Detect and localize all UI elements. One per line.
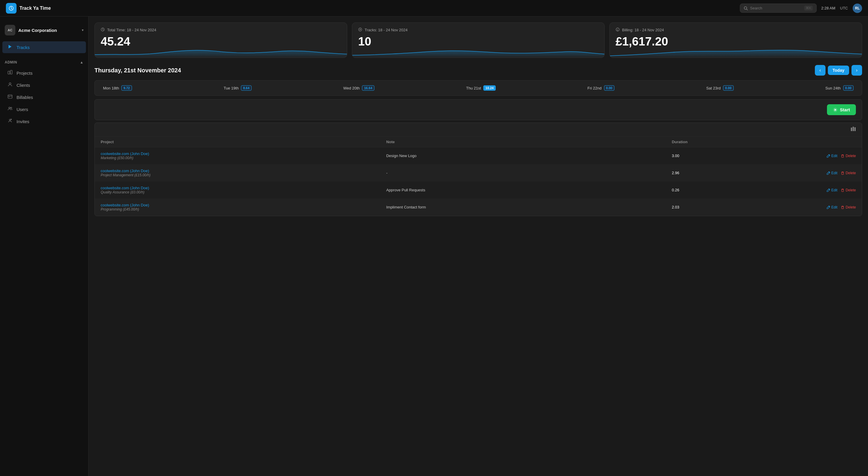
- app-title: Track Ya Time: [20, 6, 51, 11]
- org-selector[interactable]: AC Acme Corporation ▾: [0, 21, 88, 39]
- search-bar[interactable]: ⌘K: [740, 4, 817, 13]
- sidebar-item-users[interactable]: Users: [2, 103, 86, 115]
- tracks-table-header: Project Note Duration: [95, 137, 862, 147]
- track-actions-2: Edit Delete: [814, 188, 856, 192]
- total-time-chart: [95, 43, 347, 58]
- chevron-down-icon: ▾: [82, 28, 84, 32]
- edit-button-1[interactable]: Edit: [827, 171, 838, 175]
- delete-button-0[interactable]: Delete: [841, 154, 856, 158]
- stat-card-billing-header: $ Billing: 18 - 24 Nov 2024: [616, 27, 856, 32]
- table-row: coolwebsite.com (John Doe) Quality Assur…: [95, 182, 862, 199]
- play-circle-icon: [358, 27, 362, 32]
- day-tab-sun[interactable]: Sun 24th 0.00: [823, 84, 856, 92]
- track-project-sub-0: Marketing (£50.00/h): [101, 156, 386, 160]
- time-display: 2:28 AM: [822, 6, 836, 10]
- edit-button-3[interactable]: Edit: [827, 205, 838, 209]
- next-date-button[interactable]: ›: [851, 65, 862, 76]
- table-row: coolwebsite.com (John Doe) Project Manag…: [95, 165, 862, 182]
- date-nav-controls: ‹ Today ›: [815, 65, 862, 76]
- date-nav: Thursday, 21st November 2024 ‹ Today ›: [94, 65, 862, 76]
- col-header-note: Note: [386, 140, 672, 144]
- edit-icon: [827, 206, 830, 209]
- stats-cards: Total Time: 18 - 24 Nov 2024 45.24: [94, 23, 862, 58]
- sidebar-item-label-clients: Clients: [17, 83, 30, 88]
- day-tab-label-wed: Wed 20th: [343, 86, 360, 90]
- day-tab-fri[interactable]: Fri 22nd 0.00: [585, 84, 617, 92]
- timezone-badge: UTC: [840, 6, 848, 10]
- admin-section-header[interactable]: Admin ▲: [0, 58, 88, 67]
- day-tab-label-sat: Sat 23rd: [706, 86, 721, 90]
- day-tab-label-thu: Thu 21st: [466, 86, 481, 90]
- day-tab-badge-tue: 8.64: [241, 85, 251, 91]
- svg-text:$: $: [617, 29, 618, 31]
- edit-button-2[interactable]: Edit: [827, 188, 838, 192]
- day-tab-badge-sun: 0.00: [843, 85, 854, 91]
- main-content: Total Time: 18 - 24 Nov 2024 45.24: [89, 17, 868, 476]
- today-button[interactable]: Today: [828, 65, 849, 75]
- table-row: coolwebsite.com (John Doe) Marketing (£5…: [95, 147, 862, 165]
- delete-button-3[interactable]: Delete: [841, 205, 856, 209]
- track-actions-3: Edit Delete: [814, 205, 856, 209]
- stat-label-total-time: Total Time: 18 - 24 Nov 2024: [107, 28, 156, 32]
- search-input[interactable]: [750, 6, 802, 10]
- tracks-table: Project Note Duration coolwebsite.com (J…: [94, 123, 862, 216]
- stat-label-tracks: Tracks: 18 - 24 Nov 2024: [365, 28, 407, 32]
- svg-rect-7: [8, 71, 10, 74]
- svg-rect-33: [842, 172, 843, 175]
- delete-button-2[interactable]: Delete: [841, 188, 856, 192]
- day-tab-wed[interactable]: Wed 20th 16.64: [341, 84, 377, 92]
- users-icon: [7, 106, 13, 112]
- track-duration-1: 2.96: [672, 171, 814, 175]
- day-tab-mon[interactable]: Mon 18th 9.72: [101, 84, 134, 92]
- sidebar-item-tracks[interactable]: Tracks: [2, 41, 86, 53]
- svg-rect-37: [842, 206, 843, 209]
- sidebar-item-billables[interactable]: Billables: [2, 91, 86, 103]
- tracks-icon: [7, 44, 13, 50]
- track-note-1: -: [386, 171, 672, 175]
- track-project-sub-1: Project Management (£15.00/h): [101, 173, 386, 177]
- app-icon: [6, 3, 17, 13]
- day-tab-badge-mon: 9.72: [121, 85, 132, 91]
- col-header-duration: Duration: [672, 140, 814, 144]
- svg-line-20: [103, 30, 104, 30]
- day-tab-tue[interactable]: Tue 19th 8.64: [221, 84, 254, 92]
- search-shortcut: ⌘K: [804, 6, 812, 11]
- day-tabs: Mon 18th 9.72 Tue 19th 8.64 Wed 20th 16.…: [94, 80, 862, 96]
- tracks-chart: [352, 43, 604, 58]
- track-project-1: coolwebsite.com (John Doe) Project Manag…: [101, 169, 386, 177]
- day-tab-thu[interactable]: Thu 21st 10.24: [464, 84, 498, 92]
- columns-icon[interactable]: [850, 126, 856, 133]
- trash-icon: [841, 188, 844, 192]
- day-tab-badge-fri: 0.00: [604, 85, 614, 91]
- svg-rect-35: [842, 189, 843, 191]
- stat-label-billing: Billing: 18 - 24 Nov 2024: [622, 28, 664, 32]
- prev-date-button[interactable]: ‹: [815, 65, 826, 76]
- search-icon: [744, 6, 748, 10]
- invites-icon: [7, 118, 13, 124]
- top-header: Track Ya Time ⌘K 2:28 AM UTC RL: [0, 0, 868, 17]
- timer-row: Start: [94, 99, 862, 120]
- svg-marker-6: [8, 45, 11, 49]
- sidebar-item-label-invites: Invites: [17, 119, 29, 124]
- svg-rect-28: [852, 127, 854, 131]
- user-avatar[interactable]: RL: [852, 4, 862, 13]
- tracks-table-toolbar: [95, 123, 862, 137]
- col-header-actions: [814, 140, 856, 144]
- sidebar-item-label-projects: Projects: [17, 70, 32, 76]
- svg-rect-29: [855, 127, 856, 131]
- svg-point-15: [9, 119, 11, 121]
- sidebar-item-clients[interactable]: Clients: [2, 79, 86, 91]
- edit-icon: [827, 171, 830, 175]
- svg-rect-8: [10, 70, 12, 74]
- sidebar-item-invites[interactable]: Invites: [2, 115, 86, 127]
- delete-button-1[interactable]: Delete: [841, 171, 856, 175]
- admin-chevron-icon: ▲: [80, 60, 84, 64]
- track-project-3: coolwebsite.com (John Doe) Programming (…: [101, 203, 386, 211]
- start-timer-button[interactable]: Start: [827, 104, 856, 115]
- edit-button-0[interactable]: Edit: [827, 154, 838, 158]
- day-tab-sat[interactable]: Sat 23rd 0.00: [704, 84, 736, 92]
- svg-point-14: [11, 107, 12, 108]
- sidebar-item-label-billables: Billables: [17, 95, 33, 100]
- sidebar-item-projects[interactable]: Projects: [2, 67, 86, 79]
- billables-icon: [7, 94, 13, 100]
